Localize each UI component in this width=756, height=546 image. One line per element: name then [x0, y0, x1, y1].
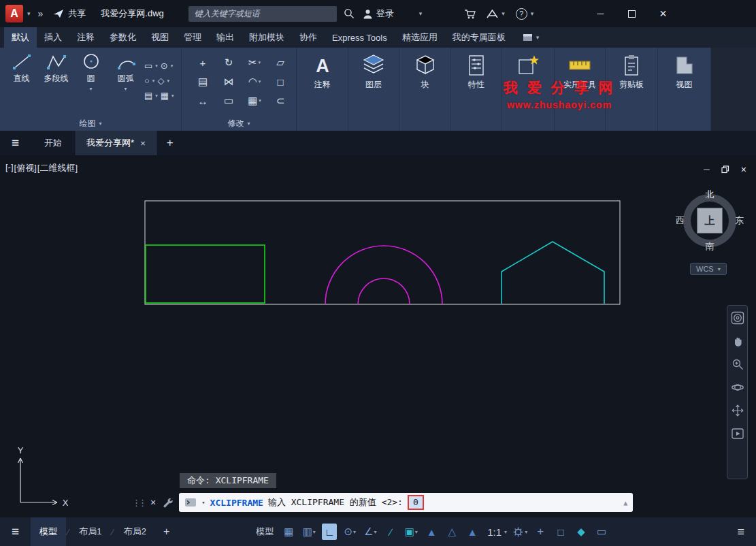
ribbon-display-toggle[interactable]: ▾ — [523, 27, 540, 48]
search-input[interactable] — [188, 6, 337, 22]
login-caret-icon[interactable]: ▾ — [419, 10, 423, 17]
app-logo-button[interactable]: A — [5, 5, 23, 22]
zoom-icon[interactable] — [731, 357, 744, 371]
arc-caret-icon[interactable]: ▾ — [124, 86, 127, 92]
viewport-minimize-icon[interactable]: ─ — [704, 165, 710, 174]
grid-toggle[interactable]: ▦ — [281, 524, 296, 540]
crosshair-button[interactable]: + — [533, 524, 548, 540]
ortho-toggle[interactable]: ∟ — [322, 524, 337, 540]
annotation-visibility-toggle[interactable]: ▲ — [424, 524, 439, 540]
close-button[interactable]: × — [647, 0, 678, 27]
layout2-tab[interactable]: 布局2 — [115, 517, 155, 546]
snap-caret-icon[interactable]: ▾ — [313, 529, 316, 535]
move-tool[interactable]: + — [200, 57, 206, 69]
ribbon-tab-parametric[interactable]: 参数化 — [102, 27, 144, 48]
line-tool[interactable]: 直线 — [4, 52, 39, 101]
active-document-tab[interactable]: 我爱分享网* × — [76, 131, 157, 155]
ribbon-tab-manage[interactable]: 管理 — [176, 27, 209, 48]
app-menu-caret-icon[interactable]: ▾ — [27, 10, 31, 17]
lasso-tool[interactable]: ⊂ — [276, 95, 285, 107]
snap-toggle[interactable]: ▥▾ — [301, 524, 316, 540]
command-bar-close-icon[interactable]: × — [150, 497, 156, 508]
ribbon-tab-annotate[interactable]: 注释 — [69, 27, 102, 48]
autoscale-toggle[interactable]: △ — [444, 524, 459, 540]
pan-hand-icon[interactable] — [731, 334, 744, 348]
block-button[interactable]: 块 — [399, 48, 450, 131]
showmotion-icon[interactable] — [731, 427, 744, 440]
command-input[interactable]: ▾ XCLIPFRAME 输入 XCLIPFRAME 的新值 <2>: 0 ▲ — [179, 493, 633, 512]
ribbon-tab-featured-apps[interactable]: 精选应用 — [395, 27, 445, 48]
layout-menu-icon[interactable]: ≡ — [0, 524, 31, 539]
login-button[interactable]: 登录 — [363, 7, 394, 20]
polygon-tool[interactable]: ◇ — [157, 76, 164, 86]
annotation-scale-icon[interactable]: ▲ — [465, 524, 480, 540]
ribbon-tab-insert[interactable]: 插入 — [37, 27, 69, 48]
entity-outer-rectangle[interactable] — [145, 201, 620, 304]
annotate-button[interactable]: A 注释 — [297, 48, 348, 131]
search-icon[interactable] — [344, 8, 355, 19]
pan-arrows-icon[interactable] — [731, 404, 744, 417]
file-tabs-menu-icon[interactable]: ≡ — [0, 131, 31, 155]
entity-green-rectangle[interactable] — [146, 245, 265, 303]
center-circle-tool[interactable]: ⊙ — [161, 61, 168, 71]
cart-button[interactable] — [464, 9, 476, 19]
start-tab[interactable]: 开始 — [31, 131, 76, 155]
new-document-button[interactable]: + — [157, 131, 184, 155]
object-snap-toggle[interactable]: ▣▾ — [404, 524, 418, 540]
visual-style-menu[interactable]: [二维线框] — [37, 162, 78, 174]
layout1-tab[interactable]: 布局1 — [70, 517, 110, 546]
customize-wrench-icon[interactable] — [162, 497, 173, 508]
table-tool[interactable]: ▦ — [161, 91, 169, 101]
autodesk-menu-button[interactable]: ▾ — [487, 10, 505, 18]
ribbon-tab-output[interactable]: 输出 — [209, 27, 242, 48]
viewcube-north[interactable]: 北 — [706, 189, 714, 201]
trim-tool[interactable]: ✂▾ — [248, 57, 261, 69]
center-circle-caret-icon[interactable]: ▾ — [171, 63, 174, 69]
draw-panel-title[interactable]: 绘图▾ — [0, 118, 181, 129]
customization-menu-icon[interactable]: ≡ — [725, 525, 756, 539]
model-space-toggle[interactable]: 模型 — [254, 526, 276, 538]
isodraft-caret-icon[interactable]: ▾ — [374, 529, 376, 535]
explode-tool[interactable]: □ — [277, 76, 283, 88]
arc-tool[interactable]: 圆弧 ▾ — [108, 52, 143, 101]
entity-outer-arc[interactable] — [325, 246, 442, 304]
polyline-tool[interactable]: 多段线 — [39, 52, 73, 101]
view-controls-menu[interactable]: [俯视] — [14, 162, 37, 174]
array-tool[interactable]: ▦▾ — [248, 95, 261, 107]
copy-tool[interactable]: ▤ — [198, 76, 208, 88]
minimize-button[interactable]: ─ — [585, 0, 616, 27]
help-button[interactable]: ? ▾ — [516, 8, 534, 20]
circle-tool[interactable]: 圆 ▾ — [73, 52, 108, 101]
maximize-button[interactable] — [616, 0, 647, 27]
erase-tool[interactable]: ▱ — [276, 57, 284, 69]
workspace-switcher[interactable]: ▾ — [512, 524, 527, 540]
command-options-caret-icon[interactable]: ▾ — [201, 499, 205, 506]
utilities-button[interactable]: 实用工具 — [555, 48, 605, 131]
drawing-viewport[interactable]: Y X [-] [俯视] [二维线框] ─ × 北 南 西 东 上 — [0, 155, 756, 517]
new-layout-button[interactable]: + — [155, 526, 178, 538]
viewport-close-icon[interactable]: × — [741, 164, 746, 175]
hatch-tool[interactable]: ▤ — [144, 91, 152, 101]
ellipse-tool[interactable]: ○ — [144, 76, 150, 86]
graphics-performance-toggle[interactable]: ◆ — [574, 524, 589, 540]
ribbon-tab-addins[interactable]: 附加模块 — [242, 27, 292, 48]
model-tab[interactable]: 模型 — [31, 517, 66, 546]
circle-caret-icon[interactable]: ▾ — [89, 86, 92, 92]
ribbon-tab-collaborate[interactable]: 协作 — [292, 27, 325, 48]
stretch-tool[interactable]: ↔ — [198, 95, 208, 107]
viewport-menu[interactable]: [-] — [5, 162, 14, 174]
isodraft-toggle[interactable]: ∠▾ — [363, 524, 378, 540]
osnap-caret-icon[interactable]: ▾ — [415, 529, 418, 535]
command-bar-grip[interactable]: ⋮⋮ — [132, 498, 144, 508]
table-caret-icon[interactable]: ▾ — [171, 93, 174, 99]
clean-screen-toggle[interactable]: ▭ — [594, 524, 609, 540]
layers-button[interactable]: 图层 — [348, 48, 399, 131]
fillet-tool[interactable]: ◠▾ — [248, 76, 261, 88]
viewcube-south[interactable]: 南 — [706, 240, 714, 253]
isolate-objects-toggle[interactable]: □ — [553, 524, 568, 540]
ribbon-tab-view[interactable]: 视图 — [144, 27, 176, 48]
mirror-tool[interactable]: ⋈ — [224, 76, 234, 88]
rectangle-caret-icon[interactable]: ▾ — [155, 63, 158, 69]
polygon-caret-icon[interactable]: ▾ — [167, 78, 169, 84]
polar-caret-icon[interactable]: ▾ — [353, 529, 356, 535]
